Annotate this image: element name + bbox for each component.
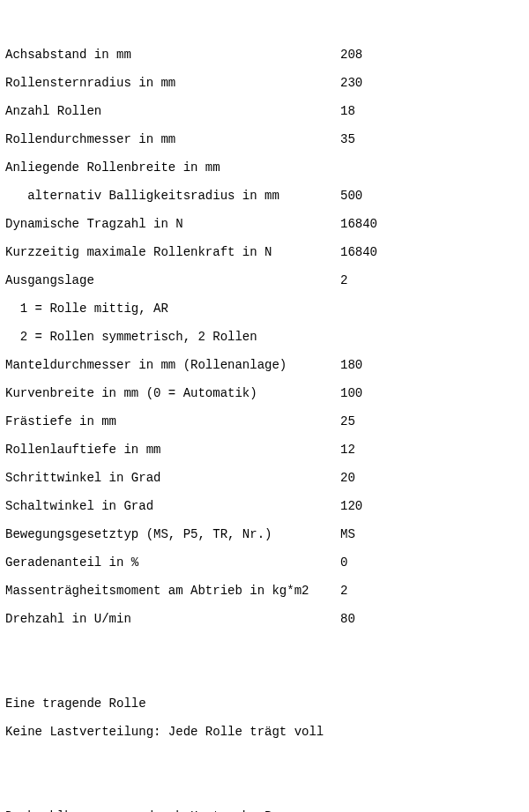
value: 0 (340, 555, 347, 570)
input-row: Manteldurchmesser in mm (Rollenanlage)18… (5, 358, 524, 372)
blank-line (5, 654, 524, 668)
value: 12 (340, 443, 355, 457)
value: 80 (340, 612, 355, 626)
label: Anliegende Rollenbreite in mm (5, 160, 340, 175)
value: 16840 (340, 217, 377, 231)
label: Kurzzeitig maximale Rollenkraft in N (5, 245, 340, 259)
label: Ausgangslage (5, 273, 340, 287)
value: 20 (340, 471, 355, 485)
input-row: Rollendurchmesser in mm35 (5, 132, 524, 146)
value: 180 (340, 358, 362, 372)
label: Anzahl Rollen (5, 104, 340, 118)
input-row: Anzahl Rollen18 (5, 104, 524, 118)
input-row: Ausgangslage2 (5, 273, 524, 287)
input-option: 2 = Rollen symmetrisch, 2 Rollen (20, 330, 524, 344)
input-row: Bewegungsgesetztyp (MS, P5, TR, Nr.)MS (5, 527, 524, 541)
value: 500 (340, 189, 362, 203)
value: 18 (340, 104, 355, 118)
label: Kurvenbreite in mm (0 = Automatik) (5, 386, 340, 400)
input-row: Rollensternradius in mm230 (5, 76, 524, 90)
report-page: Achsabstand in mm208 Rollensternradius i… (0, 0, 529, 812)
value: MS (340, 527, 355, 541)
note-line: Keine Lastverteilung: Jede Rolle trägt v… (5, 725, 524, 739)
label: Bewegungsgesetztyp (MS, P5, TR, Nr.) (5, 527, 340, 541)
input-row: Kurvenbreite in mm (0 = Automatik)100 (5, 386, 524, 400)
input-row: Geradenanteil in %0 (5, 555, 524, 570)
input-row: Frästiefe in mm25 (5, 414, 524, 428)
blank-line (5, 767, 524, 781)
label: Massenträgheitsmoment am Abtrieb in kg*m… (5, 584, 340, 598)
value: 25 (340, 414, 355, 428)
label: alternativ Balligkeitsradius in mm (27, 189, 279, 203)
value: 35 (340, 132, 355, 146)
value: 120 (340, 499, 362, 513)
input-row: Dynamische Tragzahl in N16840 (5, 217, 524, 231)
input-row: Anliegende Rollenbreite in mm (5, 160, 524, 175)
value: 16840 (340, 245, 377, 259)
input-row: Schaltwinkel in Grad120 (5, 499, 524, 513)
input-row: Achsabstand in mm208 (5, 48, 524, 62)
label: Manteldurchmesser in mm (Rollenanlage) (5, 358, 340, 372)
label: Rollenlauftiefe in mm (5, 443, 340, 457)
value: 2 (340, 584, 347, 598)
value: 230 (340, 76, 362, 90)
label: Frästiefe in mm (5, 414, 340, 428)
value: 100 (340, 386, 362, 400)
note-line: Eine tragende Rolle (5, 697, 524, 711)
label: Rollendurchmesser in mm (5, 132, 340, 146)
input-option: 1 = Rolle mittig, AR (20, 302, 524, 316)
input-row: alternativ Balligkeitsradius in mm500 (5, 189, 524, 203)
input-row: Schrittwinkel in Grad20 (5, 471, 524, 485)
label: Geradenanteil in % (5, 555, 340, 570)
input-row: Kurzzeitig maximale Rollenkraft in N1684… (5, 245, 524, 259)
label: Dynamische Tragzahl in N (5, 217, 340, 231)
value: 208 (340, 48, 362, 62)
value: 2 (340, 273, 347, 287)
label: Schrittwinkel in Grad (5, 471, 340, 485)
label: Rollensternradius in mm (5, 76, 340, 90)
label: Schaltwinkel in Grad (5, 499, 340, 513)
input-row: Rollenlauftiefe in mm12 (5, 443, 524, 457)
input-row: Drehzahl in U/min80 (5, 612, 524, 626)
label: Drehzahl in U/min (5, 612, 340, 626)
input-row: Massenträgheitsmoment am Abtrieb in kg*m… (5, 584, 524, 598)
label: Achsabstand in mm (5, 48, 340, 62)
